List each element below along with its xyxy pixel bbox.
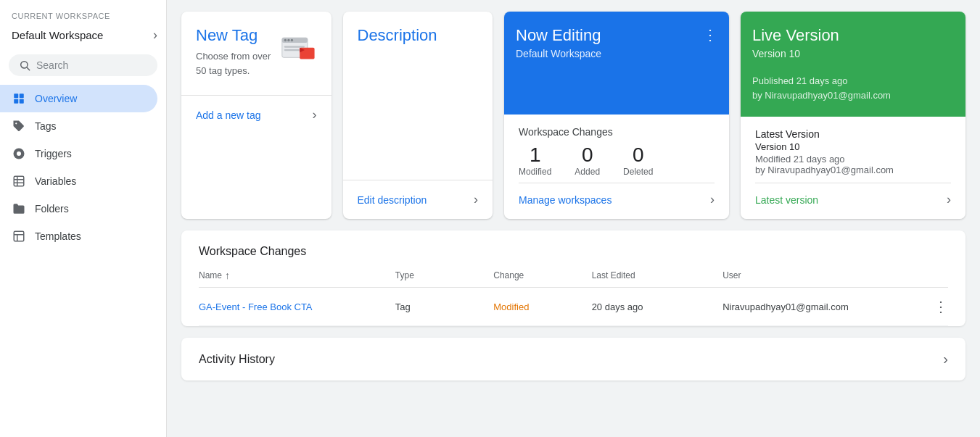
edit-description-link[interactable]: Edit description › [343, 180, 493, 219]
now-editing-workspace: Default Workspace [516, 48, 601, 59]
latest-version-link[interactable]: Latest version › [755, 183, 951, 207]
activity-title: Activity History [199, 353, 275, 366]
sidebar-item-triggers[interactable]: Triggers [0, 140, 157, 167]
sidebar-item-folders[interactable]: Folders [0, 195, 157, 222]
sidebar: CURRENT WORKSPACE Default Workspace › Se… [0, 0, 167, 437]
sidebar-item-label-triggers: Triggers [35, 148, 72, 159]
top-row: New Tag Choose from over 50 tag types. [181, 12, 965, 219]
latest-version-modified: Modified 21 days ago [755, 154, 951, 165]
sidebar-item-label-variables: Variables [35, 175, 76, 187]
svg-point-6 [15, 122, 17, 124]
sidebar-item-label-overview: Overview [35, 93, 77, 104]
deleted-label: Deleted [623, 167, 653, 177]
column-header-name: Name ↑ [199, 270, 395, 281]
row-change: Modified [493, 301, 591, 312]
manage-workspaces-link[interactable]: Manage workspaces › [519, 183, 715, 207]
live-version-published: Published 21 days ago by Niravupadhyay01… [752, 74, 954, 102]
added-count: 0 [575, 143, 600, 167]
triggers-icon [12, 147, 26, 160]
sidebar-item-label-tags: Tags [35, 120, 57, 132]
modified-count: 1 [519, 143, 551, 167]
new-tag-top: New Tag Choose from over 50 tag types. [181, 12, 332, 83]
variables-icon [12, 175, 26, 188]
published-line1: Published 21 days ago [752, 75, 848, 86]
changes-row: 1 Modified 0 Added 0 Deleted [519, 143, 715, 177]
row-three-dot-icon[interactable]: ⋮ [934, 298, 948, 315]
description-title: Description [343, 12, 493, 168]
svg-line-1 [27, 67, 30, 70]
now-editing-changes: Workspace Changes 1 Modified 0 Added 0 D… [504, 115, 729, 219]
added-label: Added [575, 167, 600, 177]
column-header-last-edited: Last Edited [592, 270, 723, 280]
now-editing-title: Now Editing [516, 26, 601, 45]
new-tag-card: New Tag Choose from over 50 tag types. [181, 12, 332, 219]
three-dot-menu-icon[interactable]: ⋮ [703, 26, 717, 43]
tags-icon [12, 120, 26, 133]
templates-icon [12, 230, 26, 243]
svg-rect-9 [14, 176, 24, 186]
modified-label: Modified [519, 167, 551, 177]
sidebar-item-templates[interactable]: Templates [0, 222, 157, 250]
sidebar-item-overview[interactable]: Overview [0, 85, 157, 112]
column-header-type: Type [395, 270, 493, 280]
svg-point-18 [290, 39, 292, 41]
svg-rect-20 [284, 49, 300, 51]
column-header-user: User [722, 270, 919, 280]
row-last-edited: 20 days ago [592, 301, 723, 312]
main-content: New Tag Choose from over 50 tag types. [167, 0, 980, 437]
chevron-right-icon: › [947, 192, 951, 207]
latest-version-title: Latest Version [755, 128, 951, 140]
new-tag-subtitle: Choose from over 50 tag types. [196, 49, 280, 78]
column-header-change: Change [493, 270, 591, 280]
svg-rect-13 [14, 231, 24, 241]
row-change-value: Modified [493, 301, 529, 312]
live-version-header: Live Version Version 10 Published 21 day… [741, 12, 965, 117]
sort-arrow-icon: ↑ [225, 270, 230, 281]
row-type: Tag [395, 301, 493, 312]
live-version-number: Version 10 [752, 48, 954, 59]
latest-version-user: by Niravupadhyay01@gmail.com [755, 165, 951, 175]
deleted-count: 0 [623, 143, 653, 167]
table-header-row: Name ↑ Type Change Last Edited User [199, 270, 948, 288]
chevron-right-icon: › [153, 28, 157, 43]
chevron-right-icon: › [943, 351, 948, 367]
workspace-changes-table-title: Workspace Changes [199, 245, 948, 258]
now-editing-card: Now Editing Default Workspace ⋮ Workspac… [504, 12, 729, 219]
svg-rect-5 [20, 99, 24, 104]
sidebar-item-label-templates: Templates [35, 230, 81, 242]
activity-history-section[interactable]: Activity History › [181, 338, 965, 380]
row-actions[interactable]: ⋮ [919, 298, 948, 315]
edit-description-label: Edit description [358, 194, 427, 206]
sidebar-item-tags[interactable]: Tags [0, 112, 157, 140]
svg-point-17 [287, 39, 289, 41]
deleted-count-item: 0 Deleted [623, 143, 653, 177]
row-name-link[interactable]: GA-Event - Free Book CTA [199, 301, 313, 312]
modified-count-item: 1 Modified [519, 143, 551, 177]
description-card: Description Edit description › [343, 12, 493, 219]
workspace-changes-section: Workspace Changes Name ↑ Type Change Las… [181, 230, 965, 326]
row-name: GA-Event - Free Book CTA [199, 301, 395, 312]
svg-point-16 [284, 39, 286, 41]
chevron-right-icon: › [710, 192, 715, 207]
tag-illustration [280, 26, 317, 70]
search-placeholder: Search [36, 59, 68, 71]
svg-rect-4 [14, 99, 18, 104]
overview-icon [12, 92, 26, 105]
added-count-item: 0 Added [575, 143, 600, 177]
table-row: GA-Event - Free Book CTA Tag Modified 20… [199, 288, 948, 326]
new-tag-title: New Tag [196, 26, 280, 45]
svg-rect-19 [284, 46, 304, 47]
chevron-right-icon: › [474, 192, 478, 207]
search-bar[interactable]: Search [9, 54, 157, 76]
add-new-tag-link[interactable]: Add a new tag › [181, 95, 332, 134]
now-editing-header: Now Editing Default Workspace ⋮ [504, 12, 729, 115]
search-icon [19, 59, 30, 71]
svg-rect-2 [14, 93, 18, 98]
workspace-selector[interactable]: Default Workspace › [0, 23, 166, 50]
current-workspace-label: CURRENT WORKSPACE [0, 0, 166, 23]
workspace-name: Default Workspace [12, 29, 103, 41]
sidebar-item-variables[interactable]: Variables [0, 167, 157, 195]
live-version-card: Live Version Version 10 Published 21 day… [741, 12, 965, 219]
latest-version-section: Latest Version Version 10 Modified 21 da… [741, 117, 965, 219]
svg-rect-3 [20, 93, 24, 98]
